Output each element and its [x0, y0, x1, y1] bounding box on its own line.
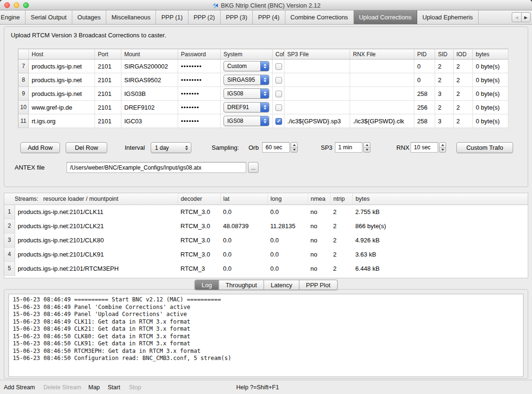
- bottom-tab-latency[interactable]: Latency: [264, 280, 300, 290]
- antex-browse-button[interactable]: ...: [248, 162, 258, 173]
- iod-cell[interactable]: 2: [454, 101, 473, 114]
- titlebar[interactable]: BKG Ntrip Client (BNC) Version 2.12: [0, 0, 532, 10]
- mount-cell[interactable]: DREF9102: [121, 101, 178, 114]
- system-select[interactable]: DREF91: [223, 102, 269, 112]
- mount-cell[interactable]: SIRGAS200002: [121, 60, 178, 73]
- tab-ppp-3[interactable]: PPP (3): [221, 10, 253, 24]
- antex-file-input[interactable]: [67, 162, 246, 173]
- system-select[interactable]: IGS08: [223, 116, 269, 126]
- stream-row[interactable]: 2products.igs-ip.net:2101/CLK21RTCM_3.04…: [4, 219, 528, 233]
- stepper-down-icon[interactable]: [439, 148, 446, 153]
- host-cell[interactable]: products.igs-ip.net: [29, 60, 95, 73]
- sid-cell[interactable]: 2: [435, 101, 454, 114]
- host-cell[interactable]: products.igs-ip.net: [29, 87, 95, 101]
- password-cell[interactable]: ••••••••: [178, 60, 221, 73]
- tab-miscellaneous[interactable]: Miscellaneous: [106, 10, 156, 24]
- password-cell[interactable]: ••••••••: [178, 73, 221, 87]
- iod-cell[interactable]: 2: [454, 73, 473, 87]
- sp3-file-cell[interactable]: [284, 60, 350, 73]
- rnx-file-cell[interactable]: [350, 60, 414, 73]
- mount-cell[interactable]: IGS03B: [121, 87, 178, 101]
- sp3-file-cell[interactable]: [284, 101, 350, 114]
- sp3-sampling-value[interactable]: 1 min: [335, 142, 362, 153]
- com-checkbox[interactable]: [275, 91, 282, 97]
- port-cell[interactable]: 2101: [95, 87, 121, 101]
- mountpoint-cell: products.igs-ip.net:2101/CLK80: [15, 233, 178, 247]
- port-cell[interactable]: 2101: [95, 73, 121, 87]
- stepper-down-icon[interactable]: [291, 148, 297, 153]
- tab-outages[interactable]: Outages: [72, 10, 106, 24]
- com-checkbox[interactable]: [275, 77, 282, 84]
- sid-cell[interactable]: 3: [435, 114, 454, 128]
- host-cell[interactable]: products.igs-ip.net: [29, 73, 95, 87]
- tab-ppp-2[interactable]: PPP (2): [189, 10, 221, 24]
- tab-ppp-1[interactable]: PPP (1): [156, 10, 188, 24]
- rnx-stepper[interactable]: [439, 142, 446, 153]
- stepper-up-icon[interactable]: [439, 143, 446, 148]
- status-action-map[interactable]: Map: [88, 384, 100, 391]
- com-checkbox[interactable]: ✓: [275, 118, 282, 125]
- stream-row[interactable]: 1products.igs-ip.net:2101/CLK11RTCM_3.00…: [4, 205, 528, 219]
- bottom-tab-throughput[interactable]: Throughput: [219, 280, 264, 290]
- tab-scroll-right-button[interactable]: ▶: [521, 12, 531, 22]
- tab-upload-corrections[interactable]: Upload Corrections: [354, 10, 417, 24]
- host-cell[interactable]: www.gref-ip.de: [29, 101, 95, 114]
- custom-trafo-button[interactable]: Custom Trafo: [456, 142, 513, 153]
- com-cell: [273, 101, 284, 114]
- bottom-tab-log[interactable]: Log: [195, 280, 219, 290]
- system-select[interactable]: SIRGAS95: [223, 75, 269, 85]
- com-checkbox[interactable]: [275, 104, 282, 111]
- interval-select[interactable]: 1 day: [151, 142, 191, 153]
- rnx-file-cell[interactable]: [350, 73, 414, 87]
- sid-cell[interactable]: 2: [435, 60, 454, 73]
- stream-row[interactable]: 5products.igs-ip.net:2101/RTCM3EPHRTCM_3…: [4, 261, 528, 275]
- tab-combine-corrections[interactable]: Combine Corrections: [285, 10, 354, 24]
- host-cell[interactable]: rt.igs.org: [29, 114, 95, 128]
- com-checkbox[interactable]: [275, 63, 282, 70]
- pid-cell[interactable]: 0: [414, 73, 435, 87]
- password-cell[interactable]: •••••••: [178, 114, 221, 128]
- tab-ppp-4[interactable]: PPP (4): [253, 10, 285, 24]
- tab-i-engine[interactable]: i Engine: [0, 10, 26, 24]
- rnx-sampling-value[interactable]: 10 sec: [411, 142, 438, 153]
- sp3-file-cell[interactable]: [284, 87, 350, 101]
- orb-sampling-value[interactable]: 60 sec: [262, 142, 290, 153]
- stepper-up-icon[interactable]: [364, 143, 370, 148]
- pid-cell[interactable]: 0: [414, 60, 435, 73]
- iod-cell[interactable]: 2: [454, 114, 473, 128]
- password-cell[interactable]: •••••••: [178, 101, 221, 114]
- mount-cell[interactable]: IGC03: [121, 114, 178, 128]
- orb-stepper[interactable]: [291, 142, 298, 153]
- tab-serial-output[interactable]: Serial Output: [26, 10, 72, 24]
- pid-cell[interactable]: 256: [414, 101, 435, 114]
- port-cell[interactable]: 2101: [95, 60, 121, 73]
- sid-cell[interactable]: 3: [435, 87, 454, 101]
- add-row-button[interactable]: Add Row: [20, 142, 60, 153]
- rnx-file-cell[interactable]: [350, 101, 414, 114]
- status-action-add-stream[interactable]: Add Stream: [4, 384, 35, 391]
- iod-cell[interactable]: 2: [454, 60, 473, 73]
- stream-row[interactable]: 3products.igs-ip.net:2101/CLK80RTCM_3.00…: [4, 233, 528, 247]
- sid-cell[interactable]: 2: [435, 73, 454, 87]
- rnx-file-cell[interactable]: [350, 87, 414, 101]
- mount-cell[interactable]: SIRGAS9502: [121, 73, 178, 87]
- sp3-file-cell[interactable]: [284, 73, 350, 87]
- stepper-down-icon[interactable]: [364, 148, 370, 153]
- bottom-tab-ppp-plot[interactable]: PPP Plot: [299, 280, 337, 290]
- sp3-file-cell[interactable]: ./ic3${GPSWD}.sp3: [284, 114, 350, 128]
- sp3-stepper[interactable]: [363, 142, 370, 153]
- rnx-file-cell[interactable]: ./ic3${GPSWD}.clk: [350, 114, 414, 128]
- del-row-button[interactable]: Del Row: [66, 142, 107, 153]
- stream-row[interactable]: 4products.igs-ip.net:2101/CLK91RTCM_3.00…: [4, 247, 528, 261]
- pid-cell[interactable]: 258: [414, 87, 435, 101]
- iod-cell[interactable]: 2: [454, 87, 473, 101]
- status-action-start[interactable]: Start: [108, 384, 120, 391]
- stepper-up-icon[interactable]: [291, 143, 297, 148]
- pid-cell[interactable]: 258: [414, 114, 435, 128]
- system-select[interactable]: Custom: [223, 61, 269, 71]
- password-cell[interactable]: •••••••: [178, 87, 221, 101]
- port-cell[interactable]: 2101: [95, 101, 121, 114]
- tab-upload-ephemeris[interactable]: Upload Ephemeris: [417, 10, 479, 24]
- system-select[interactable]: IGS08: [223, 88, 269, 99]
- port-cell[interactable]: 2101: [95, 114, 121, 128]
